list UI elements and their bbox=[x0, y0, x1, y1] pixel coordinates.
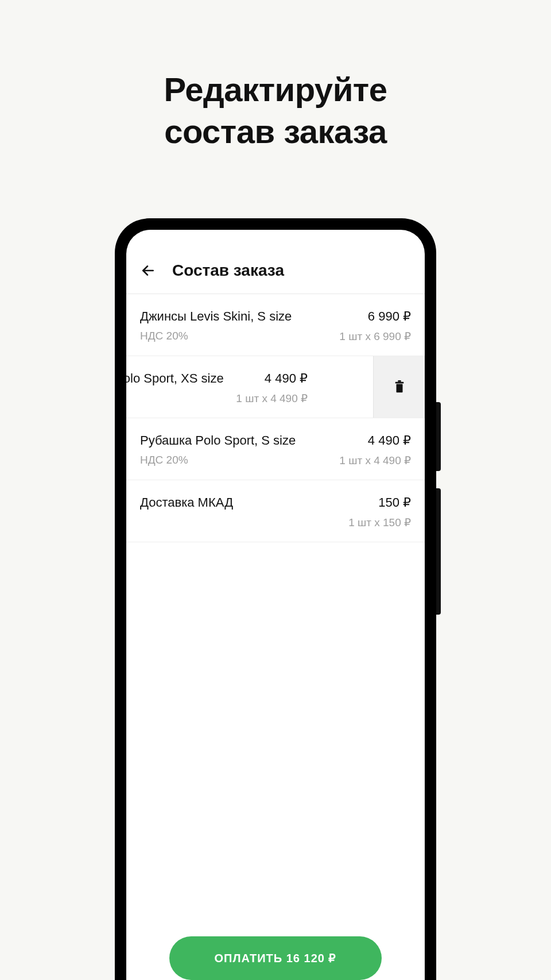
phone-side-button bbox=[436, 402, 441, 471]
order-item-left: Джинсы Levis Skini, S sizeНДС 20% bbox=[140, 309, 332, 343]
order-item-price: 4 490 ₽ bbox=[236, 371, 308, 386]
arrow-left-icon bbox=[141, 263, 156, 278]
order-items-list: Джинсы Levis Skini, S sizeНДС 20%6 990 ₽… bbox=[126, 294, 425, 542]
order-item-unit: 1 шт x 4 490 ₽ bbox=[339, 454, 411, 467]
order-item-content: шка Polo Sport, XS size0%4 490 ₽1 шт x 4… bbox=[126, 356, 321, 418]
order-item-content: Джинсы Levis Skini, S sizeНДС 20%6 990 ₽… bbox=[126, 294, 425, 356]
svg-rect-1 bbox=[396, 384, 402, 392]
order-item-right: 4 490 ₽1 шт x 4 490 ₽ bbox=[236, 371, 308, 405]
order-item-row[interactable]: шка Polo Sport, XS size0%4 490 ₽1 шт x 4… bbox=[126, 356, 425, 418]
order-item-price: 150 ₽ bbox=[348, 495, 411, 510]
promo-line-2: состав заказа bbox=[0, 111, 551, 153]
order-item-content: Доставка МКАД150 ₽1 шт x 150 ₽ bbox=[126, 480, 425, 542]
order-item-row[interactable]: Джинсы Levis Skini, S sizeНДС 20%6 990 ₽… bbox=[126, 294, 425, 356]
order-item-right: 150 ₽1 шт x 150 ₽ bbox=[348, 495, 411, 529]
order-item-left: шка Polo Sport, XS size0% bbox=[126, 371, 229, 405]
order-item-name: Рубашка Polo Sport, S size bbox=[140, 433, 332, 448]
page-title: Состав заказа bbox=[172, 261, 284, 280]
svg-rect-2 bbox=[395, 381, 403, 383]
promo-line-1: Редактируйте bbox=[0, 69, 551, 111]
phone-frame: Состав заказа Джинсы Levis Skini, S size… bbox=[115, 218, 436, 980]
order-item-price: 4 490 ₽ bbox=[339, 433, 411, 448]
order-item-row[interactable]: Доставка МКАД150 ₽1 шт x 150 ₽ bbox=[126, 480, 425, 542]
order-item-unit: 1 шт x 150 ₽ bbox=[348, 516, 411, 529]
pay-button-label: ОПЛАТИТЬ 16 120 ₽ bbox=[215, 951, 337, 965]
order-item-name: Джинсы Levis Skini, S size bbox=[140, 309, 332, 324]
trash-icon bbox=[393, 380, 406, 395]
phone-side-button bbox=[436, 488, 441, 615]
order-item-price: 6 990 ₽ bbox=[339, 309, 411, 324]
pay-button[interactable]: ОПЛАТИТЬ 16 120 ₽ bbox=[169, 936, 382, 980]
phone-mockup: Состав заказа Джинсы Levis Skini, S size… bbox=[115, 218, 436, 980]
back-button[interactable] bbox=[140, 263, 156, 279]
order-item-left: Доставка МКАД bbox=[140, 495, 342, 529]
svg-rect-3 bbox=[398, 380, 401, 382]
order-item-unit: 1 шт x 4 490 ₽ bbox=[236, 392, 308, 405]
order-item-vat: 0% bbox=[126, 392, 229, 404]
order-item-left: Рубашка Polo Sport, S sizeНДС 20% bbox=[140, 433, 332, 467]
order-item-vat: НДС 20% bbox=[140, 330, 332, 342]
phone-screen: Состав заказа Джинсы Levis Skini, S size… bbox=[126, 230, 425, 980]
order-item-vat: НДС 20% bbox=[140, 454, 332, 466]
promo-title: Редактируйте состав заказа bbox=[0, 0, 551, 152]
order-item-right: 4 490 ₽1 шт x 4 490 ₽ bbox=[339, 433, 411, 467]
delete-item-button[interactable] bbox=[373, 356, 425, 418]
order-item-name: шка Polo Sport, XS size bbox=[126, 371, 229, 386]
app-header: Состав заказа bbox=[126, 230, 425, 294]
order-item-name: Доставка МКАД bbox=[140, 495, 342, 510]
order-item-row[interactable]: Рубашка Polo Sport, S sizeНДС 20%4 490 ₽… bbox=[126, 418, 425, 480]
order-item-content: Рубашка Polo Sport, S sizeНДС 20%4 490 ₽… bbox=[126, 418, 425, 480]
order-item-right: 6 990 ₽1 шт x 6 990 ₽ bbox=[339, 309, 411, 343]
order-item-unit: 1 шт x 6 990 ₽ bbox=[339, 330, 411, 343]
